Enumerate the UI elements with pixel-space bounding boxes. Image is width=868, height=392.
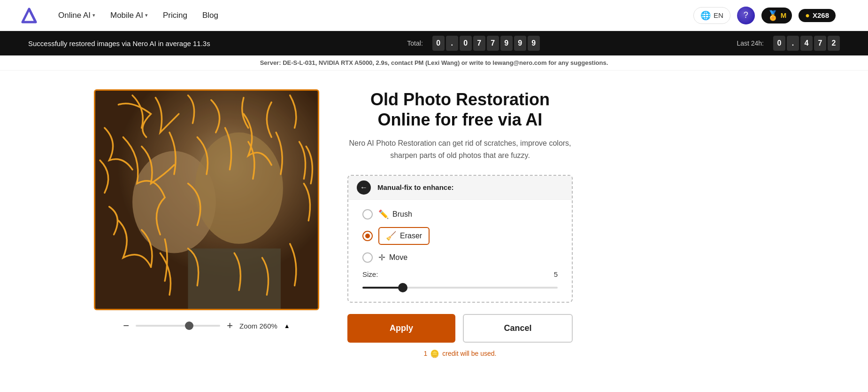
medal-badge[interactable]: 🏅 M: [761, 8, 792, 24]
avatar-icon: ?: [744, 10, 748, 20]
status-message: Successfully restored images via Nero AI…: [28, 39, 210, 47]
last24h-digits: 0 . 4 7 2: [773, 36, 840, 51]
cancel-button[interactable]: Cancel: [463, 314, 573, 343]
brush-label: Brush: [392, 210, 412, 219]
nav-mobile-ai[interactable]: Mobile AI ▾: [110, 11, 148, 20]
refresh-icon[interactable]: ↻: [842, 10, 849, 21]
size-slider-row: [362, 282, 558, 290]
server-info: Server: DE-S-L-031, NVIDIA RTX A5000, 2.…: [0, 55, 868, 71]
manual-fix-header: ← Manual-fix to enhance:: [348, 176, 572, 200]
size-value: 5: [544, 270, 558, 278]
digit: 4: [800, 36, 813, 51]
controls-panel: Old Photo Restoration Online for free vi…: [347, 89, 573, 358]
zoom-slider[interactable]: [136, 325, 220, 327]
move-tool-option[interactable]: ✛ Move: [362, 252, 558, 263]
medal-icon: 🏅: [767, 10, 779, 21]
manual-fix-panel: ← Manual-fix to enhance: ✏️ Brush 🧹: [347, 175, 573, 303]
digit: 0: [432, 36, 445, 51]
coin-small-icon: 🪙: [430, 349, 439, 358]
eraser-selected-box: 🧹 Eraser: [378, 227, 430, 245]
apply-button[interactable]: Apply: [347, 314, 455, 343]
zoom-plus-button[interactable]: +: [227, 320, 233, 332]
size-label: Size:: [362, 270, 544, 278]
digit: 9: [514, 36, 526, 51]
manual-fix-title: Manual-fix to enhance:: [377, 183, 454, 191]
eraser-radio[interactable]: [362, 231, 373, 241]
main-nav: Online AI ▾ Mobile AI ▾ Pricing Blog: [58, 11, 218, 20]
total-digits: 0 . 0 7 7 9 9 9: [432, 36, 540, 51]
brush-label-row: ✏️ Brush: [378, 209, 412, 220]
action-buttons: Apply Cancel: [347, 314, 573, 343]
svg-line-1: [29, 9, 36, 22]
header-right: 🌐 EN ? 🏅 M ● X268 ↻: [693, 7, 849, 24]
credits-badge[interactable]: ● X268: [799, 9, 836, 22]
eraser-label: Eraser: [400, 232, 422, 240]
move-icon: ✛: [378, 252, 385, 263]
language-button[interactable]: 🌐 EN: [693, 7, 730, 24]
move-label-row: ✛ Move: [378, 252, 407, 263]
image-panel: − + Zoom 260% ▲: [94, 89, 319, 332]
header-left: Online AI ▾ Mobile AI ▾ Pricing Blog: [19, 5, 218, 26]
digit: .: [446, 36, 458, 51]
page-title: Old Photo Restoration Online for free vi…: [347, 89, 573, 130]
header: Online AI ▾ Mobile AI ▾ Pricing Blog 🌐 E…: [0, 0, 868, 31]
logo[interactable]: [19, 5, 39, 26]
digit: 0: [460, 36, 472, 51]
move-label: Move: [389, 253, 407, 262]
size-control: Size: 5: [362, 270, 558, 278]
page-subtitle: Nero AI Photo Restoration can get rid of…: [347, 137, 573, 161]
chevron-down-icon: ▾: [92, 12, 95, 18]
chevron-down-icon: ▾: [145, 12, 148, 18]
digit: 7: [814, 36, 826, 51]
photo-svg: [95, 91, 318, 309]
move-radio[interactable]: [362, 252, 373, 263]
zoom-arrow-icon[interactable]: ▲: [284, 322, 290, 329]
photo-canvas: [95, 91, 318, 309]
digit: .: [787, 36, 799, 51]
credit-note: 1 🪙 credit will be used.: [347, 349, 573, 358]
nav-online-ai[interactable]: Online AI ▾: [58, 11, 95, 20]
total-counter: Total: 0 . 0 7 7 9 9 9: [407, 36, 539, 51]
globe-icon: 🌐: [700, 10, 711, 21]
brush-tool-option[interactable]: ✏️ Brush: [362, 209, 558, 220]
last24h-counter: Last 24h: 0 . 4 7 2: [737, 36, 840, 51]
manual-fix-body: ✏️ Brush 🧹 Eraser ✛: [348, 200, 572, 302]
digit: 2: [828, 36, 840, 51]
svg-rect-6: [95, 91, 318, 309]
digit: 7: [487, 36, 499, 51]
avatar[interactable]: ?: [737, 7, 755, 24]
digit: 9: [500, 36, 513, 51]
zoom-label: Zoom 260%: [239, 322, 277, 330]
nav-pricing[interactable]: Pricing: [163, 11, 187, 20]
coin-icon: ●: [805, 11, 810, 20]
brush-radio[interactable]: [362, 209, 373, 220]
main-content: − + Zoom 260% ▲ Old Photo Restoration On…: [0, 71, 868, 377]
status-bar: Successfully restored images via Nero AI…: [0, 31, 868, 55]
eraser-tool-option[interactable]: 🧹 Eraser: [362, 227, 558, 245]
nav-blog[interactable]: Blog: [202, 11, 218, 20]
back-button[interactable]: ←: [357, 180, 371, 195]
size-slider[interactable]: [362, 287, 558, 289]
digit: 0: [773, 36, 785, 51]
zoom-minus-button[interactable]: −: [123, 320, 129, 332]
eraser-icon: 🧹: [386, 231, 396, 241]
digit: 7: [473, 36, 485, 51]
digit: 9: [528, 36, 540, 51]
photo-container[interactable]: [94, 89, 319, 310]
zoom-controls: − + Zoom 260% ▲: [123, 320, 290, 332]
brush-icon: ✏️: [378, 209, 389, 220]
